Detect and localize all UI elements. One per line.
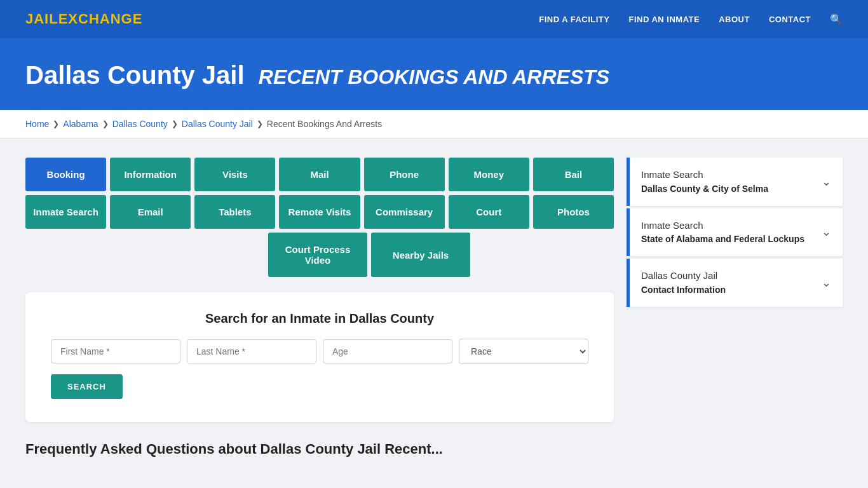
sidebar-card-2-texts: Inmate Search State of Alabama and Feder… <box>641 219 804 247</box>
nav-row-1: Booking Information Visits Mail Phone Mo… <box>25 158 614 191</box>
sidebar-card-2-title: Inmate Search <box>641 219 804 233</box>
inmate-search-box: Search for an Inmate in Dallas County Ra… <box>25 292 614 422</box>
btn-mail[interactable]: Mail <box>279 158 360 191</box>
nav-row-3: Court Process Video Nearby Jails <box>125 233 614 277</box>
sidebar-card-3[interactable]: Dallas County Jail Contact Information ⌄ <box>627 259 843 307</box>
btn-tablets[interactable]: Tablets <box>194 195 275 229</box>
btn-booking[interactable]: Booking <box>25 158 106 191</box>
breadcrumb-current: Recent Bookings And Arrests <box>267 119 382 129</box>
sidebar: Inmate Search Dallas County & City of Se… <box>627 158 843 309</box>
nav-contact[interactable]: CONTACT <box>769 15 811 24</box>
logo[interactable]: JAILEXCHANGE <box>25 11 142 27</box>
nav-button-grid: Booking Information Visits Mail Phone Mo… <box>25 158 614 277</box>
btn-commissary[interactable]: Commissary <box>364 195 445 229</box>
last-name-input[interactable] <box>187 339 316 363</box>
breadcrumb-bar: Home ❯ Alabama ❯ Dallas County ❯ Dallas … <box>0 110 868 139</box>
btn-inmate-search[interactable]: Inmate Search <box>25 195 106 229</box>
sidebar-card-2[interactable]: Inmate Search State of Alabama and Feder… <box>627 208 843 257</box>
search-button[interactable]: SEARCH <box>51 374 123 399</box>
chevron-down-icon-3: ⌄ <box>822 276 831 290</box>
breadcrumb-sep-3: ❯ <box>172 119 178 128</box>
search-icon[interactable]: 🔍 <box>830 13 843 25</box>
sidebar-card-3-texts: Dallas County Jail Contact Information <box>641 269 726 297</box>
breadcrumb-dallas-county[interactable]: Dallas County <box>112 119 168 129</box>
breadcrumb: Home ❯ Alabama ❯ Dallas County ❯ Dallas … <box>25 119 843 129</box>
sidebar-card-1[interactable]: Inmate Search Dallas County & City of Se… <box>627 158 843 206</box>
sidebar-card-3-title: Dallas County Jail <box>641 269 726 283</box>
nav-about[interactable]: ABOUT <box>719 15 750 24</box>
nav-find-inmate[interactable]: FIND AN INMATE <box>628 15 700 24</box>
btn-email[interactable]: Email <box>110 195 191 229</box>
age-input[interactable] <box>323 339 452 363</box>
btn-photos[interactable]: Photos <box>533 195 614 229</box>
breadcrumb-sep-1: ❯ <box>53 119 59 128</box>
main-content: Booking Information Visits Mail Phone Mo… <box>25 158 614 458</box>
btn-bail[interactable]: Bail <box>533 158 614 191</box>
logo-jail: JAIL <box>25 11 58 27</box>
page-title-bold: Dallas County Jail <box>25 61 245 89</box>
logo-exchange: EXCHANGE <box>58 11 143 27</box>
sidebar-card-2-header[interactable]: Inmate Search State of Alabama and Feder… <box>630 208 843 257</box>
btn-phone[interactable]: Phone <box>364 158 445 191</box>
content-area: Booking Information Visits Mail Phone Mo… <box>0 139 868 477</box>
page-title: Dallas County Jail RECENT BOOKINGS AND A… <box>25 61 843 90</box>
page-title-italic: RECENT BOOKINGS AND ARRESTS <box>259 65 609 88</box>
sidebar-card-1-subtitle: Dallas County & City of Selma <box>641 182 768 196</box>
first-name-input[interactable] <box>51 339 180 363</box>
btn-court-process-video[interactable]: Court Process Video <box>268 233 367 277</box>
search-form: Race White Black Hispanic Asian Native A… <box>51 339 588 364</box>
faq-heading: Frequently Asked Questions about Dallas … <box>25 441 614 458</box>
race-select[interactable]: Race White Black Hispanic Asian Native A… <box>459 339 588 364</box>
btn-remote-visits[interactable]: Remote Visits <box>279 195 360 229</box>
main-nav: FIND A FACILITY FIND AN INMATE ABOUT CON… <box>539 13 843 25</box>
btn-court[interactable]: Court <box>449 195 529 229</box>
breadcrumb-dallas-county-jail[interactable]: Dallas County Jail <box>182 119 253 129</box>
sidebar-card-2-subtitle: State of Alabama and Federal Lockups <box>641 233 804 246</box>
btn-nearby-jails[interactable]: Nearby Jails <box>371 233 470 277</box>
sidebar-card-3-header[interactable]: Dallas County Jail Contact Information ⌄ <box>630 259 843 307</box>
breadcrumb-sep-2: ❯ <box>102 119 109 128</box>
btn-money[interactable]: Money <box>449 158 529 191</box>
btn-visits[interactable]: Visits <box>194 158 275 191</box>
breadcrumb-home[interactable]: Home <box>25 119 49 129</box>
hero-section: Dallas County Jail RECENT BOOKINGS AND A… <box>0 38 868 110</box>
nav-row-2: Inmate Search Email Tablets Remote Visit… <box>25 195 614 229</box>
nav-find-facility[interactable]: FIND A FACILITY <box>539 15 609 24</box>
sidebar-card-1-header[interactable]: Inmate Search Dallas County & City of Se… <box>630 158 843 206</box>
search-btn-row: SEARCH <box>51 374 588 399</box>
chevron-down-icon-2: ⌄ <box>822 225 831 239</box>
breadcrumb-alabama[interactable]: Alabama <box>63 119 98 129</box>
btn-information[interactable]: Information <box>110 158 191 191</box>
sidebar-card-3-subtitle: Contact Information <box>641 283 726 297</box>
search-heading: Search for an Inmate in Dallas County <box>51 311 588 326</box>
chevron-down-icon-1: ⌄ <box>822 175 831 189</box>
site-header: JAILEXCHANGE FIND A FACILITY FIND AN INM… <box>0 0 868 38</box>
breadcrumb-sep-4: ❯ <box>257 119 263 128</box>
sidebar-card-1-texts: Inmate Search Dallas County & City of Se… <box>641 168 768 196</box>
sidebar-card-1-title: Inmate Search <box>641 168 768 182</box>
